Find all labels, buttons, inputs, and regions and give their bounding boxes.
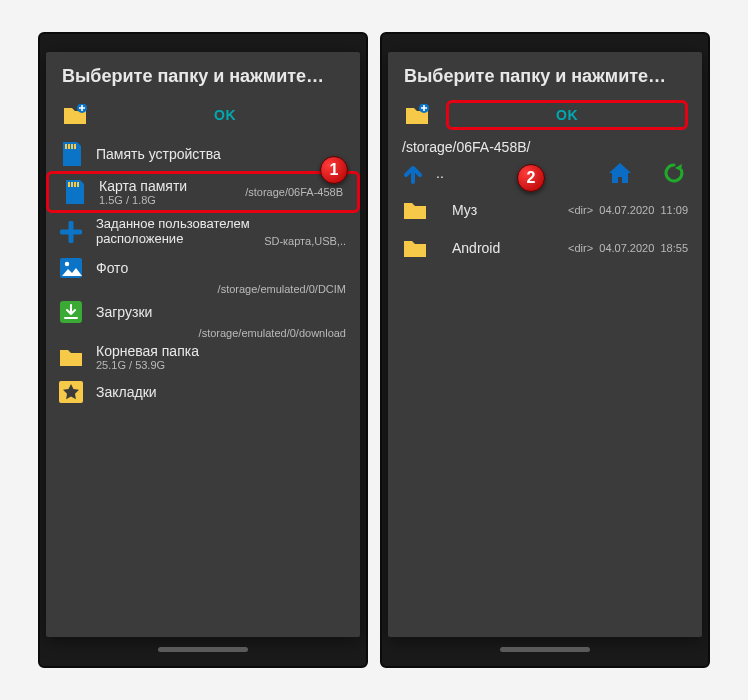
file-list: Муз <dir> 04.07.2020 11:09 Android <dir>… [388,191,702,267]
folder-dialog: Выберите папку и нажмите… OK Память устр… [46,52,360,637]
item-label: Загрузки [96,304,346,320]
phone-left: Выберите папку и нажмите… OK Память устр… [38,32,368,668]
item-bookmarks[interactable]: Закладки [46,375,360,409]
up-label: .. [436,165,444,181]
dialog-title: Выберите папку и нажмите… [388,52,702,97]
item-label: Фото [96,260,346,276]
star-icon [58,379,84,405]
nav-refresh-icon[interactable] [660,159,688,187]
new-folder-button[interactable] [402,103,432,127]
svg-rect-6 [71,182,73,187]
item-path: SD-карта,USB,.. [264,235,346,247]
download-icon [58,299,84,325]
item-path: /storage/06FA-458B [245,186,343,198]
item-label: Закладки [96,384,346,400]
item-path: /storage/emulated/0/download [199,327,346,339]
svg-rect-4 [74,144,76,149]
svg-rect-8 [77,182,79,187]
item-label: Заданное пользователем расположение [96,217,264,247]
item-photos[interactable]: Фото /storage/emulated/0/DCIM [46,251,360,285]
dialog-toolbar: OK [46,97,360,133]
svg-rect-1 [65,144,67,149]
phone-right: Выберите папку и нажмите… OK /storage/06… [380,32,710,668]
svg-rect-7 [74,182,76,187]
item-device-storage[interactable]: Память устройства [46,137,360,171]
svg-point-10 [65,262,69,266]
nav-home-icon[interactable] [606,159,634,187]
folder-dialog: Выберите папку и нажмите… OK /storage/06… [388,52,702,637]
folder-name: Муз [452,202,568,218]
folder-name: Android [452,240,568,256]
item-sublabel: 1.5G / 1.8G [99,194,245,206]
item-sd-card[interactable]: Карта памяти 1.5G / 1.8G /storage/06FA-4… [46,171,360,213]
dialog-toolbar: OK [388,97,702,133]
nav-up[interactable]: .. [402,162,580,184]
storage-list: Память устройства Карта памяти 1.5G / 1.… [46,133,360,413]
folder-icon [402,235,428,261]
sd-icon [58,141,84,167]
svg-rect-3 [71,144,73,149]
folder-row[interactable]: Муз <dir> 04.07.2020 11:09 [390,191,700,229]
svg-rect-5 [68,182,70,187]
folder-icon [58,344,84,370]
current-path: /storage/06FA-458B/ [388,133,702,155]
item-downloads[interactable]: Загрузки /storage/emulated/0/download [46,295,360,329]
home-indicator [500,647,590,652]
nav-bar: .. [388,155,702,191]
folder-meta: <dir> 04.07.2020 11:09 [568,204,688,216]
item-label: Корневая папка [96,343,346,359]
sd-icon [61,179,87,205]
item-root[interactable]: Корневая папка 25.1G / 53.9G [46,339,360,375]
dialog-title: Выберите папку и нажмите… [46,52,360,97]
item-sublabel: 25.1G / 53.9G [96,359,346,371]
folder-icon [402,197,428,223]
annotation-badge-1: 1 [320,156,348,184]
photo-icon [58,255,84,281]
item-path: /storage/emulated/0/DCIM [218,283,346,295]
ok-button[interactable]: OK [104,107,346,123]
annotation-badge-2: 2 [517,164,545,192]
ok-button[interactable]: OK [446,100,688,130]
new-folder-button[interactable] [60,103,90,127]
svg-rect-2 [68,144,70,149]
item-user-defined[interactable]: Заданное пользователем расположение SD-к… [46,213,360,251]
plus-icon [58,219,84,245]
item-label: Память устройства [96,146,346,162]
home-indicator [158,647,248,652]
folder-row[interactable]: Android <dir> 04.07.2020 18:55 [390,229,700,267]
item-label: Карта памяти [99,178,245,194]
folder-meta: <dir> 04.07.2020 18:55 [568,242,688,254]
